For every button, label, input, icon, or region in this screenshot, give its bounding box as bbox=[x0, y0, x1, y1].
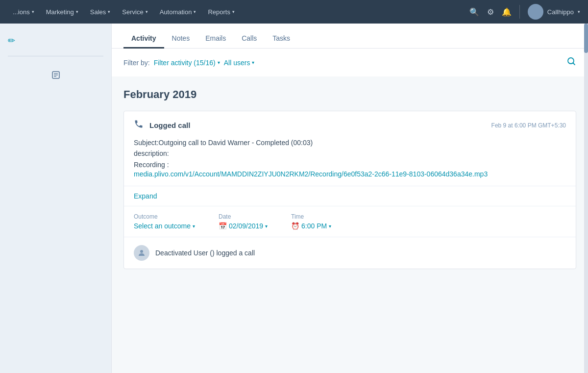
chevron-icon: ▾ bbox=[194, 9, 196, 14]
chevron-icon: ▾ bbox=[32, 9, 34, 14]
phone-icon bbox=[134, 119, 144, 131]
time-column: Time ⏰ 6:00 PM ▾ bbox=[291, 213, 331, 230]
select-outcome-button[interactable]: Select an outcome ▾ bbox=[134, 222, 195, 230]
nav-item-ions[interactable]: ...ions ▾ bbox=[8, 5, 39, 19]
user-menu[interactable]: Callhippo ▾ bbox=[528, 4, 580, 20]
nav-item-reports[interactable]: Reports ▾ bbox=[203, 5, 240, 19]
date-picker-button[interactable]: 📅 02/09/2019 ▾ bbox=[219, 222, 268, 230]
activity-card: Logged call Feb 9 at 6:00 PM GMT+5:30 Su… bbox=[123, 111, 576, 269]
left-sidebar: ✏ bbox=[0, 24, 112, 373]
expand-button[interactable]: Expand bbox=[124, 186, 576, 206]
tabs-bar: Activity Notes Emails Calls Tasks bbox=[112, 24, 588, 49]
nav-item-sales[interactable]: Sales ▾ bbox=[85, 5, 116, 19]
time-label: Time bbox=[291, 213, 331, 220]
edit-icon: ✏ bbox=[8, 35, 15, 46]
recording-label: Recording : bbox=[134, 159, 566, 170]
settings-icon[interactable]: ⚙ bbox=[487, 7, 494, 17]
sidebar-section bbox=[0, 60, 111, 90]
scrollbar-thumb[interactable] bbox=[584, 24, 588, 53]
edit-button[interactable]: ✏ bbox=[0, 29, 111, 52]
time-picker-button[interactable]: ⏰ 6:00 PM ▾ bbox=[291, 222, 331, 230]
tab-notes[interactable]: Notes bbox=[164, 29, 198, 49]
card-header-left: Logged call bbox=[134, 119, 190, 131]
activity-area: February 2019 Logged call Feb 9 at 6:00 … bbox=[112, 76, 588, 289]
tab-calls[interactable]: Calls bbox=[234, 29, 265, 49]
clock-icon: ⏰ bbox=[291, 222, 299, 230]
nav-label-reports: Reports bbox=[208, 8, 230, 16]
nav-item-service[interactable]: Service ▾ bbox=[117, 5, 152, 19]
filter-bar: Filter by: Filter activity (15/16) ▾ All… bbox=[112, 49, 588, 76]
search-icon[interactable]: 🔍 bbox=[469, 7, 479, 17]
svg-line-5 bbox=[573, 63, 575, 65]
card-header: Logged call Feb 9 at 6:00 PM GMT+5:30 bbox=[124, 111, 576, 137]
nav-divider bbox=[519, 5, 520, 19]
nav-item-marketing[interactable]: Marketing ▾ bbox=[41, 5, 83, 19]
chevron-icon: ▾ bbox=[108, 9, 110, 14]
filter-prefix-label: Filter by: bbox=[123, 59, 150, 67]
card-timestamp: Feb 9 at 6:00 PM GMT+5:30 bbox=[491, 122, 566, 129]
outcome-row: Outcome Select an outcome ▾ Date 📅 02/09… bbox=[124, 206, 576, 237]
nav-label-sales: Sales bbox=[90, 8, 106, 16]
deactivated-user-row: Deactivated User () logged a call bbox=[124, 237, 576, 269]
calendar-icon: 📅 bbox=[219, 222, 227, 230]
month-label: February 2019 bbox=[123, 88, 576, 101]
outcome-column: Outcome Select an outcome ▾ bbox=[134, 213, 195, 230]
date-column: Date 📅 02/09/2019 ▾ bbox=[219, 213, 268, 230]
chevron-icon: ▾ bbox=[76, 9, 78, 14]
card-title: Logged call bbox=[149, 121, 190, 129]
sidebar-divider bbox=[8, 56, 103, 56]
tab-emails[interactable]: Emails bbox=[197, 29, 234, 49]
nav-label-marketing: Marketing bbox=[46, 8, 74, 16]
outcome-label: Outcome bbox=[134, 213, 195, 220]
svg-point-6 bbox=[140, 250, 143, 253]
main-content: Activity Notes Emails Calls Tasks Filter… bbox=[112, 24, 588, 373]
date-chevron-icon: ▾ bbox=[265, 224, 268, 229]
filter-activity-button[interactable]: Filter activity (15/16) ▾ bbox=[154, 59, 220, 67]
subject-line: Subject:Outgoing call to David Warner - … bbox=[134, 137, 566, 148]
chevron-icon: ▾ bbox=[146, 9, 148, 14]
right-scrollbar[interactable] bbox=[584, 24, 588, 373]
nav-label-ions: ...ions bbox=[13, 8, 30, 16]
nav-right: 🔍 ⚙ 🔔 Callhippo ▾ bbox=[469, 4, 580, 20]
filter-users-button[interactable]: All users ▾ bbox=[224, 59, 255, 67]
nav-item-automation[interactable]: Automation ▾ bbox=[155, 5, 201, 19]
chevron-icon: ▾ bbox=[232, 9, 235, 14]
user-chevron-icon: ▾ bbox=[578, 9, 580, 14]
notification-bell-icon[interactable]: 🔔 bbox=[502, 7, 512, 17]
tab-activity[interactable]: Activity bbox=[123, 29, 164, 49]
nav-label-service: Service bbox=[122, 8, 143, 16]
description-line: description: bbox=[134, 148, 566, 159]
filter-activity-chevron-icon: ▾ bbox=[218, 60, 220, 65]
page-wrapper: ✏ Activity Notes Emails bbox=[0, 24, 588, 373]
card-body: Subject:Outgoing call to David Warner - … bbox=[124, 137, 576, 186]
nav-label-automation: Automation bbox=[160, 8, 192, 16]
deactivated-user-text: Deactivated User () logged a call bbox=[155, 249, 255, 257]
avatar bbox=[528, 4, 543, 20]
filter-users-chevron-icon: ▾ bbox=[252, 60, 254, 65]
deactivated-user-avatar bbox=[134, 245, 149, 261]
user-name: Callhippo bbox=[547, 8, 574, 16]
date-label: Date bbox=[219, 213, 268, 220]
sidebar-card-icon[interactable] bbox=[47, 66, 65, 84]
tab-tasks[interactable]: Tasks bbox=[265, 29, 298, 49]
top-navigation: ...ions ▾ Marketing ▾ Sales ▾ Service ▾ … bbox=[0, 0, 588, 24]
time-chevron-icon: ▾ bbox=[329, 224, 331, 229]
activity-search-icon[interactable] bbox=[566, 56, 576, 69]
nav-items: ...ions ▾ Marketing ▾ Sales ▾ Service ▾ … bbox=[8, 5, 469, 19]
recording-link[interactable]: media.plivo.com/v1/Account/MAMDDIN2ZIYJU… bbox=[134, 170, 488, 178]
outcome-chevron-icon: ▾ bbox=[193, 224, 195, 229]
